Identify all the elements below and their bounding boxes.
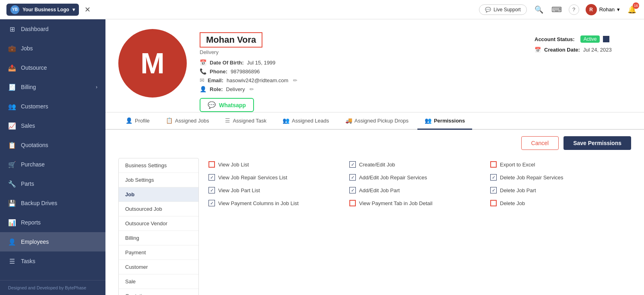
sidebar-icon-tasks: ☰: [8, 257, 16, 265]
sidebar-label-outsource: Outsource: [21, 64, 47, 71]
logo-button[interactable]: YB Your Business Logo ▾: [6, 4, 79, 16]
tab-icon-assigned-task: ☰: [225, 117, 230, 124]
checkbox-input-delete-job-repair-services[interactable]: [490, 174, 497, 181]
profile-avatar-container: M: [118, 29, 187, 104]
tab-label-assigned-task: Assigned Task: [233, 118, 266, 124]
checkbox-input-delete-job-part[interactable]: [490, 187, 497, 193]
sidebar-item-dashboard[interactable]: ⊞ Dashboard: [0, 19, 105, 39]
content-area: M Mohan Vora Delivery 📅 Date Of Birth: J…: [105, 19, 644, 295]
email-edit-icon[interactable]: ✏: [293, 77, 297, 83]
close-icon[interactable]: ✕: [82, 4, 93, 15]
tab-assigned-task[interactable]: ☰ Assigned Task: [218, 112, 274, 130]
sidebar-arrow-billing: ›: [96, 84, 97, 90]
checkbox-input-view-job-repair-services-list[interactable]: [208, 174, 215, 181]
user-avatar: R: [586, 4, 597, 15]
checkbox-input-delete-job[interactable]: [490, 200, 497, 206]
sidebar-label-billing: Billing: [21, 84, 36, 90]
perm-checkbox-create-edit-job: Create/Edit Job: [349, 161, 481, 168]
checkbox-label-create-edit-job: Create/Edit Job: [359, 162, 395, 168]
account-status-row: Account Status: Active: [535, 35, 631, 43]
role-edit-icon[interactable]: ✏: [250, 86, 254, 92]
role-icon: 👤: [200, 86, 206, 92]
perm-category-payment[interactable]: Payment: [119, 245, 198, 260]
tab-permissions[interactable]: 👥 Permissions: [417, 112, 472, 130]
sidebar-item-sales[interactable]: 📈 Sales: [0, 116, 105, 135]
profile-meta: Account Status: Active 📅 Creation Date: …: [535, 29, 631, 57]
checkbox-label-add-edit-job-repair-services: Add/Edit Job Repair Services: [359, 175, 427, 181]
status-toggle[interactable]: [603, 36, 609, 42]
sidebar-item-employees[interactable]: 👤 Employees: [0, 232, 105, 251]
logo-text: Your Business Logo: [23, 7, 69, 12]
tab-assigned-leads[interactable]: 👥 Assigned Leads: [275, 112, 336, 130]
sidebar-icon-billing: 🧾: [8, 83, 16, 91]
perm-category-outsource-vendor[interactable]: Outsource Vendor: [119, 216, 198, 231]
checkbox-input-add-edit-job-repair-services[interactable]: [349, 174, 356, 181]
whatsapp-icon: 💬: [208, 101, 216, 109]
profile-name: Mohan Vora: [200, 32, 262, 48]
topbar-left: YB Your Business Logo ▾ ✕: [6, 4, 93, 16]
cancel-button[interactable]: Cancel: [521, 136, 559, 150]
checkbox-input-view-payment-columns[interactable]: [208, 200, 215, 206]
sidebar-label-dashboard: Dashboard: [21, 26, 49, 32]
topbar-right: 💬 Live Support 🔍 ⌨ ? R Rohan ▾ 🔔 16: [479, 4, 638, 15]
perm-category-outsourced-job[interactable]: Outsourced Job: [119, 202, 198, 216]
user-chevron: ▾: [617, 6, 620, 12]
logo-chevron: ▾: [72, 7, 75, 12]
perm-category-sale[interactable]: Sale: [119, 274, 198, 289]
perm-category-business-settings[interactable]: Business Settings: [119, 158, 198, 173]
profile-avatar: M: [118, 29, 187, 98]
checkbox-input-export-to-excel[interactable]: [490, 161, 497, 168]
sidebar-item-outsource[interactable]: 📤 Outsource: [0, 58, 105, 77]
sidebar-label-parts: Parts: [21, 181, 34, 187]
permissions-layout: Business SettingsJob SettingsJobOutsourc…: [118, 158, 631, 295]
sidebar-item-tasks[interactable]: ☰ Tasks: [0, 251, 105, 271]
tab-profile[interactable]: 👤 Profile: [118, 112, 157, 130]
perm-category-quotation[interactable]: Quotation: [119, 289, 198, 295]
sidebar-item-parts[interactable]: 🔧 Parts: [0, 174, 105, 193]
perm-category-billing[interactable]: Billing: [119, 231, 198, 245]
sidebar-item-quotations[interactable]: 📋 Quotations: [0, 135, 105, 155]
email-label: Email:: [208, 77, 223, 83]
sidebar-icon-jobs: 💼: [8, 44, 16, 52]
keyboard-icon[interactable]: ⌨: [551, 4, 562, 15]
tab-icon-assigned-leads: 👥: [283, 117, 289, 124]
sidebar-label-customers: Customers: [21, 103, 48, 110]
sidebar-item-customers[interactable]: 👥 Customers: [0, 97, 105, 116]
checkbox-input-create-edit-job[interactable]: [349, 161, 356, 168]
perm-category-job-settings[interactable]: Job Settings: [119, 173, 198, 187]
sidebar-icon-backup-drives: 💾: [8, 199, 16, 207]
checkbox-input-view-job-list[interactable]: [208, 161, 215, 168]
search-icon[interactable]: 🔍: [533, 4, 545, 15]
whatsapp-label: Whatsapp: [219, 102, 246, 108]
sidebar: ⊞ Dashboard 💼 Jobs 📤 Outsource 🧾 Billing…: [0, 19, 105, 295]
live-support-icon: 💬: [485, 7, 491, 12]
live-support-button[interactable]: 💬 Live Support: [479, 4, 526, 15]
checkbox-input-view-job-part-list[interactable]: [208, 187, 215, 193]
sidebar-item-purchase[interactable]: 🛒 Purchase: [0, 155, 105, 174]
tab-assigned-jobs[interactable]: 📋 Assigned Jobs: [159, 112, 217, 130]
permissions-grid: View Job ListCreate/Edit JobExport to Ex…: [208, 161, 621, 206]
help-icon[interactable]: ?: [569, 4, 579, 15]
user-menu-button[interactable]: R Rohan ▾: [586, 4, 620, 15]
save-permissions-button[interactable]: Save Permissions: [564, 136, 631, 150]
perm-checkbox-view-payment-tab: View Payment Tab in Job Detail: [349, 200, 481, 206]
profile-phone: 📞 Phone: 9879886896: [200, 68, 522, 75]
notification-button[interactable]: 🔔 16: [626, 4, 638, 15]
whatsapp-button[interactable]: 💬 Whatsapp: [200, 98, 254, 112]
perm-category-customer[interactable]: Customer: [119, 260, 198, 274]
tab-label-profile: Profile: [135, 118, 150, 124]
checkbox-label-view-job-repair-services-list: View Job Repair Services List: [218, 175, 287, 181]
sidebar-item-jobs[interactable]: 💼 Jobs: [0, 39, 105, 58]
user-name: Rohan: [599, 6, 615, 12]
perm-category-job[interactable]: Job: [119, 187, 198, 202]
tab-icon-assigned-jobs: 📋: [166, 117, 173, 124]
sidebar-item-reports[interactable]: 📊 Reports: [0, 213, 105, 232]
checkbox-input-view-payment-tab[interactable]: [349, 200, 356, 206]
sidebar-icon-quotations: 📋: [8, 141, 16, 149]
profile-email: ✉ Email: hasowiv242@ridteam.com ✏: [200, 77, 522, 83]
profile-dob: 📅 Date Of Birth: Jul 15, 1999: [200, 59, 522, 66]
sidebar-item-billing[interactable]: 🧾 Billing ›: [0, 77, 105, 97]
sidebar-item-backup-drives[interactable]: 💾 Backup Drives: [0, 193, 105, 213]
checkbox-input-add-edit-job-part[interactable]: [349, 187, 356, 193]
tab-assigned-pickup-drops[interactable]: 🚚 Assigned Pickup Drops: [338, 112, 416, 130]
